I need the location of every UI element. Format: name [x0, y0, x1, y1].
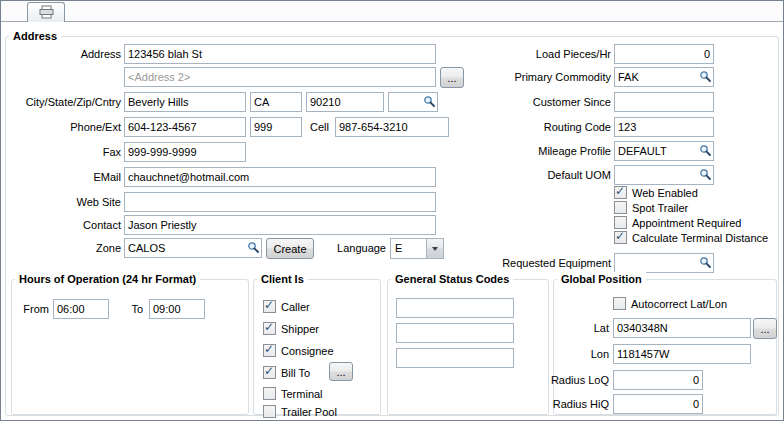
checkbox-label: Bill To [281, 367, 310, 379]
checkbox-box[interactable] [263, 322, 276, 335]
phone-input[interactable] [124, 117, 246, 137]
zone-label: Zone [7, 238, 121, 258]
checkbox-appointment-required[interactable]: Appointment Required [614, 215, 741, 230]
requested-equipment-label: Requested Equipment [471, 253, 611, 273]
checkbox-box[interactable] [263, 366, 276, 379]
lookup-icon[interactable] [699, 168, 712, 181]
client-is-group-title: Client Is [257, 272, 308, 286]
city-state-zip-label: City/State/Zip/Cntry [7, 92, 121, 112]
language-select[interactable]: E [390, 238, 444, 259]
to-input[interactable] [149, 299, 205, 319]
checkbox-web-enabled[interactable]: Web Enabled [614, 185, 698, 200]
checkbox-label: Calculate Terminal Distance [632, 232, 768, 244]
checkbox-label: Autocorrect Lat/Lon [631, 298, 727, 310]
fax-input[interactable] [124, 142, 246, 162]
cell-label: Cell [301, 117, 329, 137]
bill-to-ellipsis-button[interactable]: ... [329, 362, 353, 381]
lookup-icon[interactable] [423, 95, 436, 108]
lookup-icon[interactable] [699, 256, 712, 269]
address-label: Address [7, 44, 121, 64]
checkbox-box[interactable] [263, 405, 276, 418]
zone-field[interactable]: CALOS [124, 238, 262, 258]
create-zone-button[interactable]: Create [266, 238, 314, 259]
tab-strip [1, 1, 783, 22]
checkbox-box[interactable] [263, 344, 276, 357]
status-code-input-2[interactable] [396, 323, 514, 343]
customer-since-label: Customer Since [471, 92, 611, 112]
website-label: Web Site [7, 192, 121, 212]
lat-label: Lat [521, 318, 609, 338]
status-codes-group-title: General Status Codes [391, 272, 513, 286]
hours-group-title: Hours of Operation (24 hr Format) [15, 272, 200, 286]
from-label: From [13, 299, 49, 319]
chevron-down-icon[interactable] [426, 239, 443, 258]
checkbox-consignee[interactable]: Consignee [263, 343, 334, 358]
ext-input[interactable] [250, 117, 302, 137]
address2-ellipsis-button[interactable]: ... [440, 67, 464, 88]
status-code-input-3[interactable] [396, 348, 514, 368]
primary-commodity-field[interactable]: FAK [614, 67, 714, 87]
mileage-profile-label: Mileage Profile [471, 141, 611, 161]
checkbox-autocorrect-latlon[interactable]: Autocorrect Lat/Lon [613, 296, 727, 311]
checkbox-spot-trailer[interactable]: Spot Trailer [614, 200, 688, 215]
requested-equipment-field[interactable] [614, 253, 714, 273]
from-input[interactable] [53, 299, 109, 319]
load-pieces-label: Load Pieces/Hr [471, 44, 611, 64]
state-input[interactable] [250, 92, 302, 112]
checkbox-bill-to[interactable]: Bill To [263, 365, 310, 380]
checkbox-terminal[interactable]: Terminal [263, 386, 323, 401]
fax-label: Fax [7, 142, 121, 162]
checkbox-label: Trailer Pool [281, 406, 337, 418]
checkbox-calculate-terminal-distance[interactable]: Calculate Terminal Distance [614, 230, 768, 245]
cell-input[interactable] [335, 117, 449, 137]
checkbox-box[interactable] [263, 300, 276, 313]
checkbox-box[interactable] [614, 186, 627, 199]
address-group-title: Address [9, 29, 61, 43]
radius-hiq-input[interactable] [613, 394, 703, 414]
radius-loq-label: Radius LoQ [521, 370, 609, 390]
country-field[interactable] [388, 92, 438, 112]
checkbox-caller[interactable]: Caller [263, 299, 310, 314]
checkbox-label: Spot Trailer [632, 202, 688, 214]
checkbox-trailer-pool[interactable]: Trailer Pool [263, 404, 337, 419]
mileage-profile-value: DEFAULT [618, 145, 667, 157]
website-input[interactable] [124, 192, 436, 212]
radius-loq-input[interactable] [613, 370, 703, 390]
language-label: Language [326, 238, 386, 258]
printer-icon [38, 5, 55, 21]
checkbox-box[interactable] [263, 387, 276, 400]
mileage-profile-field[interactable]: DEFAULT [614, 141, 714, 161]
language-value: E [395, 242, 402, 254]
lookup-icon[interactable] [247, 241, 260, 254]
lon-input[interactable] [613, 344, 751, 364]
checkbox-label: Consignee [281, 345, 334, 357]
address2-input[interactable] [124, 67, 436, 87]
default-uom-field[interactable] [614, 165, 714, 185]
checkbox-box[interactable] [614, 231, 627, 244]
checkbox-box[interactable] [614, 201, 627, 214]
lat-ellipsis-button[interactable]: ... [753, 318, 777, 339]
lat-input[interactable] [613, 318, 751, 338]
load-pieces-input[interactable] [614, 44, 714, 64]
lookup-icon[interactable] [699, 70, 712, 83]
address-input[interactable] [124, 44, 436, 64]
customer-since-input[interactable] [614, 92, 714, 112]
checkbox-label: Shipper [281, 323, 319, 335]
zone-value: CALOS [128, 242, 165, 254]
lookup-icon[interactable] [699, 144, 712, 157]
checkbox-box[interactable] [614, 216, 627, 229]
email-input[interactable] [124, 167, 436, 187]
radius-hiq-label: Radius HiQ [521, 394, 609, 414]
city-input[interactable] [124, 92, 246, 112]
contact-input[interactable] [124, 215, 436, 235]
lon-label: Lon [521, 344, 609, 364]
routing-code-input[interactable] [614, 117, 714, 137]
tab-address[interactable] [27, 2, 65, 22]
zip-input[interactable] [306, 92, 384, 112]
checkbox-box[interactable] [613, 297, 626, 310]
checkbox-shipper[interactable]: Shipper [263, 321, 319, 336]
routing-code-label: Routing Code [471, 117, 611, 137]
status-code-input-1[interactable] [396, 298, 514, 318]
to-label: To [115, 299, 143, 319]
phone-ext-label: Phone/Ext [7, 117, 121, 137]
